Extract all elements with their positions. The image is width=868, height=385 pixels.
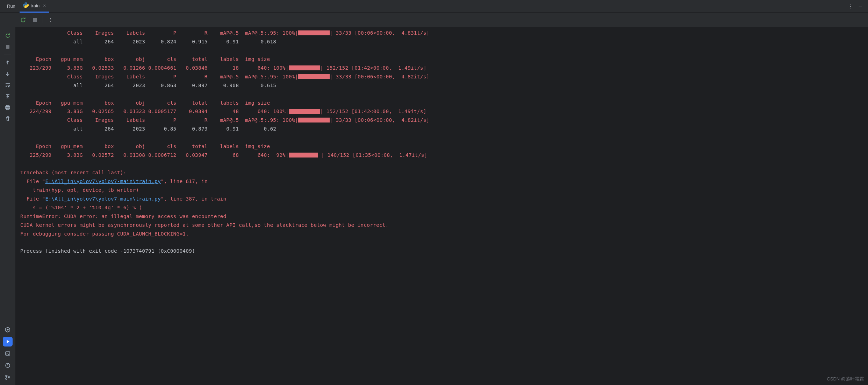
vcs-icon[interactable] — [3, 372, 13, 382]
more-vert-icon[interactable]: ⋮ — [46, 16, 55, 24]
rerun-icon[interactable] — [3, 31, 13, 41]
run-panel-label: Run — [3, 4, 20, 9]
print-icon[interactable] — [3, 103, 13, 112]
problems-icon[interactable] — [3, 360, 13, 370]
terminal-icon[interactable] — [3, 349, 13, 358]
watermark-text: CSDN @落叶霜霜 — [827, 376, 864, 382]
rerun-green-icon[interactable] — [19, 16, 27, 24]
svg-point-6 — [6, 375, 7, 377]
soft-wrap-icon[interactable] — [3, 80, 13, 90]
run-tab-bar: Run train × ⋮ — — [0, 0, 868, 13]
left-tool-rail — [0, 13, 15, 385]
stop-icon[interactable] — [3, 42, 13, 52]
console-toolbar: ⋮ — [15, 13, 868, 27]
tab-label: train — [31, 3, 40, 8]
scroll-to-end-icon[interactable] — [3, 91, 13, 101]
services-icon[interactable] — [3, 325, 13, 335]
console-output[interactable]: Class Images Labels P R mAP@.5 mAP@.5:.9… — [15, 27, 868, 385]
up-arrow-icon[interactable] — [3, 58, 13, 68]
more-options-icon[interactable]: ⋮ — [846, 1, 855, 11]
svg-rect-0 — [6, 45, 9, 49]
tab-train[interactable]: train × — [20, 0, 49, 13]
python-file-icon — [23, 2, 29, 9]
stop-gray-icon[interactable] — [31, 16, 39, 24]
close-icon[interactable]: × — [43, 3, 46, 8]
svg-rect-9 — [33, 18, 37, 22]
svg-point-7 — [6, 378, 7, 379]
run-button-icon[interactable] — [3, 337, 13, 346]
down-arrow-icon[interactable] — [3, 69, 13, 79]
trash-icon[interactable] — [3, 114, 13, 124]
minimize-icon[interactable]: — — [855, 1, 865, 11]
